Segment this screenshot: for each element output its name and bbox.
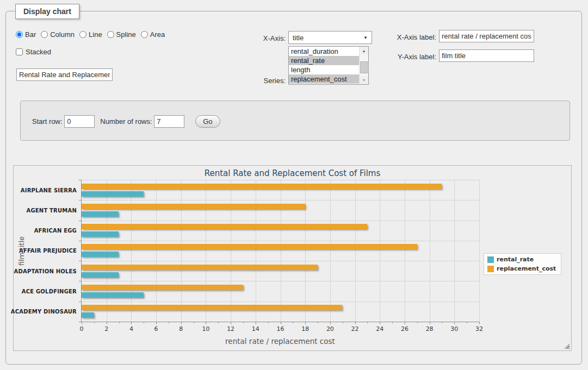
category-row: AFFAIR PREJUDICE (82, 241, 479, 261)
radio-bar[interactable] (16, 31, 23, 38)
series-option-rental_duration[interactable]: rental_duration (289, 47, 359, 56)
legend-item-rental_rate[interactable]: rental_rate (487, 256, 556, 263)
category-label: AGENT TRUMAN (26, 207, 77, 213)
num-rows-input[interactable] (154, 115, 184, 128)
bar-rental_rate (82, 272, 119, 278)
num-rows-label: Number of rows: (100, 117, 152, 126)
radio-spline[interactable] (107, 31, 114, 38)
chart-legend: rental_ratereplacement_cost (484, 253, 561, 275)
x-tick-label: 22 (351, 325, 359, 333)
x-tick-label: 6 (154, 325, 158, 333)
y-axis-label-input[interactable] (439, 49, 534, 62)
series-option-rental_rate[interactable]: rental_rate (289, 56, 359, 65)
axis-tick (392, 322, 393, 323)
start-row-label: Start row: (32, 117, 63, 126)
axis-tick (367, 322, 368, 323)
category-label: ADAPTATION HOLES (14, 268, 77, 274)
axis-tick (194, 322, 194, 323)
legend-swatch (487, 256, 494, 263)
x-axis-label-input[interactable] (439, 30, 534, 42)
series-label: Series: (249, 77, 286, 85)
x-tick-label: 30 (450, 325, 458, 333)
category-label: ACADEMY DINOSAUR (11, 309, 77, 315)
series-option-length[interactable]: length (289, 65, 359, 74)
series-list-scrollbar[interactable]: ▲ ▼ (359, 47, 368, 84)
chart-type-option-spline[interactable]: Spline (107, 30, 136, 39)
axis-tick (107, 322, 107, 324)
series-option-replacement_cost[interactable]: replacement_cost (289, 74, 359, 84)
scrollbar-thumb[interactable] (360, 61, 368, 73)
x-tick-label: 0 (80, 325, 84, 333)
axis-tick (206, 322, 206, 324)
legend-item-replacement_cost[interactable]: replacement_cost (487, 265, 556, 272)
x-axis-label-field-label: X-Axis label: (387, 33, 436, 41)
bar-replacement_cost (82, 285, 243, 290)
bar-rental_rate (82, 191, 144, 197)
radio-area[interactable] (141, 31, 148, 38)
x-tick-label: 16 (277, 325, 284, 333)
gridline (479, 180, 480, 322)
series-list[interactable]: rental_durationrental_ratelengthreplacem… (288, 46, 369, 85)
x-axis-select-value: title (293, 34, 304, 42)
scroll-down-icon[interactable]: ▼ (360, 76, 368, 84)
row-range-controls: Start row: Number of rows: Go (32, 115, 220, 128)
axis-tick (144, 322, 144, 323)
scroll-up-icon[interactable]: ▲ (360, 47, 368, 55)
app-page: Display chart BarColumnLineSplineArea St… (0, 0, 588, 370)
resize-handle[interactable] (564, 343, 570, 349)
bar-rental_rate (82, 231, 119, 237)
dropdown-arrow-icon: ▼ (363, 35, 368, 40)
chart-type-option-bar[interactable]: Bar (16, 30, 36, 39)
axis-tick (218, 322, 219, 323)
axis-tick (355, 322, 356, 324)
chart-title-input[interactable] (16, 68, 113, 81)
radio-label: Bar (25, 30, 36, 39)
radio-column[interactable] (41, 31, 48, 38)
chart-title: Rental Rate and Replacement Cost of Film… (14, 168, 571, 178)
stacked-checkbox[interactable] (16, 48, 23, 55)
chart-type-option-area[interactable]: Area (141, 30, 165, 39)
stacked-option[interactable]: Stacked (16, 48, 51, 56)
x-tick-label: 2 (104, 325, 108, 333)
x-axis-select-label: X-Axis: (249, 34, 286, 42)
chart-type-option-column[interactable]: Column (41, 30, 75, 39)
fieldset-legend: Display chart (15, 4, 79, 19)
category-row: AGENT TRUMAN (82, 200, 479, 220)
bar-replacement_cost (82, 265, 318, 270)
axis-tick (268, 322, 269, 323)
axis-tick (305, 322, 306, 324)
x-tick-label: 8 (179, 325, 183, 333)
category-row: ACADEMY DINOSAUR (82, 302, 479, 322)
bar-replacement_cost (82, 305, 342, 310)
x-axis-select[interactable]: title ▼ (288, 31, 372, 44)
category-label: ACE GOLDFINGER (22, 289, 77, 294)
axis-tick (293, 322, 293, 323)
radio-label: Column (50, 30, 75, 39)
x-tick-label: 10 (202, 325, 209, 333)
x-tick-label: 4 (129, 325, 133, 333)
category-row: AIRPLANE SIERRA (82, 180, 479, 200)
category-label: AIRPLANE SIERRA (21, 187, 77, 193)
start-row-input[interactable] (64, 115, 95, 128)
chart-type-radios: BarColumnLineSplineArea (16, 30, 170, 39)
chart-type-option-line[interactable]: Line (79, 30, 102, 39)
axis-tick (479, 322, 480, 324)
y-axis-title: film title (17, 236, 26, 266)
radio-line[interactable] (79, 31, 86, 38)
plot-area: 02468101214161820222426283032AIRPLANE SI… (81, 180, 479, 322)
axis-tick (318, 322, 318, 323)
go-button[interactable]: Go (195, 115, 220, 128)
legend-swatch (487, 266, 494, 272)
x-tick-label: 12 (227, 325, 234, 333)
x-tick-label: 24 (376, 325, 383, 333)
category-row: ADAPTATION HOLES (82, 261, 479, 281)
axis-tick (131, 322, 132, 324)
axis-tick (467, 322, 467, 323)
axis-tick (405, 322, 405, 324)
x-tick-label: 20 (326, 325, 334, 333)
legend-label: replacement_cost (497, 265, 556, 272)
row-range-panel: Start row: Number of rows: Go (20, 101, 570, 141)
bar-replacement_cost (82, 224, 367, 229)
axis-tick (256, 322, 256, 324)
bar-replacement_cost (82, 204, 305, 209)
